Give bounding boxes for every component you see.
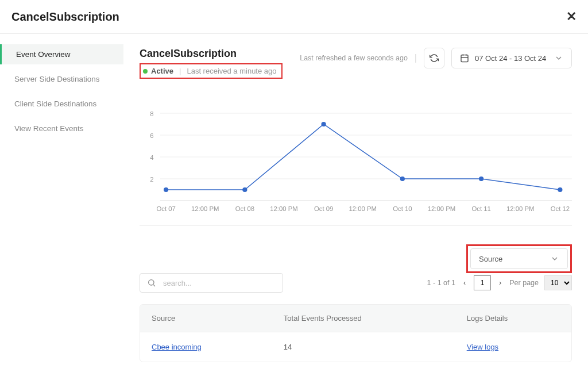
refresh-button[interactable]: [424, 48, 444, 68]
svg-text:12:00 PM: 12:00 PM: [191, 205, 219, 212]
svg-text:Oct 07: Oct 07: [156, 205, 175, 212]
event-title: CancelSubscription: [140, 48, 283, 60]
svg-text:Oct 08: Oct 08: [235, 205, 254, 212]
source-filter-dropdown[interactable]: Source: [470, 248, 568, 269]
events-table: Source Total Events Processed Logs Detai…: [140, 304, 572, 362]
per-page-label: Per page: [509, 279, 539, 287]
view-logs-link[interactable]: View logs: [467, 343, 498, 351]
svg-text:12:00 PM: 12:00 PM: [506, 205, 535, 212]
source-link[interactable]: Cbee incoming: [152, 343, 202, 351]
svg-text:Oct 11: Oct 11: [471, 205, 490, 212]
status-row: Active | Last received a minute ago: [140, 63, 283, 79]
sidebar-item-client-side[interactable]: Client Side Destinations: [0, 94, 123, 114]
page-title: CancelSubscription: [11, 10, 119, 24]
svg-text:4: 4: [150, 154, 153, 161]
chevron-down-icon: [550, 254, 559, 263]
status-dot-icon: [143, 69, 148, 74]
per-page-select[interactable]: 10: [544, 275, 572, 290]
status-last-received: Last received a minute ago: [187, 67, 276, 75]
last-refreshed-text: Last refreshed a few seconds ago: [300, 54, 408, 62]
chart-point: [164, 187, 168, 192]
prev-page-button[interactable]: ‹: [461, 279, 468, 287]
svg-text:6: 6: [150, 132, 153, 139]
next-page-button[interactable]: ›: [497, 279, 504, 287]
total-cell: 14: [272, 332, 455, 362]
svg-text:12:00 PM: 12:00 PM: [349, 205, 377, 212]
chart-point: [242, 187, 247, 192]
event-chart: 8 6 4 2 Oct 07 1: [145, 105, 572, 220]
svg-text:8: 8: [150, 110, 153, 117]
pagination-summary: 1 - 1 of 1: [427, 279, 455, 287]
chart-point: [400, 177, 405, 181]
svg-text:12:00 PM: 12:00 PM: [428, 205, 456, 212]
sidebar-item-server-side[interactable]: Server Side Destinations: [0, 69, 123, 89]
table-row: Cbee incoming 14 View logs: [140, 332, 571, 362]
svg-rect-0: [461, 55, 468, 62]
page-input[interactable]: [474, 275, 491, 290]
status-label: Active: [151, 67, 173, 75]
pagination: 1 - 1 of 1 ‹ › Per page 10: [427, 275, 572, 290]
col-total: Total Events Processed: [272, 305, 455, 332]
svg-text:12:00 PM: 12:00 PM: [270, 205, 298, 212]
close-icon[interactable]: ✕: [566, 9, 577, 24]
svg-text:Oct 09: Oct 09: [314, 205, 333, 212]
search-box[interactable]: [140, 273, 283, 293]
sidebar-item-recent-events[interactable]: View Recent Events: [0, 118, 123, 139]
refresh-icon: [430, 53, 439, 63]
date-range-picker[interactable]: 07 Oct 24 - 13 Oct 24: [451, 48, 572, 68]
svg-point-24: [149, 280, 154, 285]
svg-text:Oct 10: Oct 10: [393, 205, 412, 212]
calendar-icon: [460, 53, 469, 63]
search-icon: [147, 278, 156, 287]
col-source: Source: [140, 305, 272, 332]
chart-point: [479, 177, 483, 181]
source-filter-label: Source: [479, 255, 502, 263]
svg-text:2: 2: [150, 176, 153, 183]
chart-point: [321, 122, 326, 126]
col-logs: Logs Details: [455, 305, 571, 332]
sidebar-item-event-overview[interactable]: Event Overview: [0, 44, 123, 64]
svg-line-25: [153, 285, 155, 286]
date-range-label: 07 Oct 24 - 13 Oct 24: [475, 54, 546, 63]
search-input[interactable]: [163, 279, 276, 287]
chart-point: [558, 187, 562, 192]
svg-text:Oct 12: Oct 12: [551, 205, 570, 212]
chevron-down-icon: [554, 53, 563, 63]
sidebar: Event Overview Server Side Destinations …: [0, 34, 123, 375]
